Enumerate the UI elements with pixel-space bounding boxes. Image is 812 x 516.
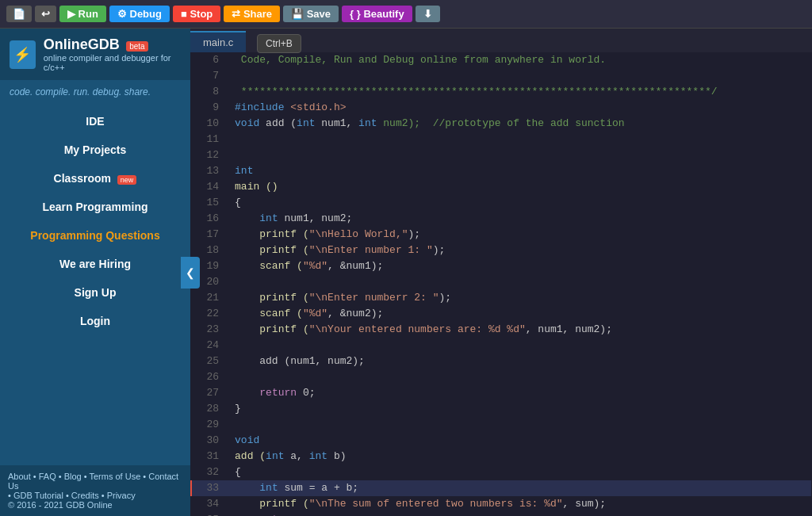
beautify-button[interactable]: { } Beautify <box>342 6 412 22</box>
tab-mainc[interactable]: main.c <box>190 31 246 52</box>
table-row: 10void add (int num1, int num2); //proto… <box>191 116 811 132</box>
table-row: 17 printf ("\nHello World,"); <box>191 227 811 243</box>
sidebar-item-learnprogramming[interactable]: Learn Programming <box>0 193 190 221</box>
sidebar-item-ide[interactable]: IDE <box>0 107 190 136</box>
table-row: 31add (int a, int b) <box>191 449 811 464</box>
sidebar-item-login[interactable]: Login <box>0 307 190 335</box>
table-row: 22 scanf ("%d", &num2); <box>191 306 811 322</box>
sidebar-item-classroom[interactable]: Classroom new <box>0 164 190 193</box>
table-row: 30void <box>191 433 811 449</box>
table-row: 27 return 0; <box>191 385 811 401</box>
sidebar-tagline: code. compile. run. debug. share. <box>0 80 190 104</box>
file-button[interactable]: 📄 <box>6 6 32 22</box>
sidebar: ⚡ OnlineGDB beta online compiler and deb… <box>0 29 190 516</box>
undo-button[interactable]: ↩ <box>35 6 56 22</box>
sidebar-item-myprojects[interactable]: My Projects <box>0 136 190 164</box>
table-row: 15{ <box>191 195 811 211</box>
beautify-tooltip: Ctrl+B <box>257 34 301 53</box>
table-row: 11 <box>191 132 811 147</box>
sidebar-header: ⚡ OnlineGDB beta online compiler and deb… <box>0 29 190 80</box>
debug-button[interactable]: ⚙ Debug <box>109 6 170 22</box>
sidebar-item-programmingquestions[interactable]: Programming Questions <box>0 221 190 250</box>
table-row: 23 printf ("\nYour entered numbers are: … <box>191 322 811 338</box>
toolbar: 📄 ↩ ▶ Run ⚙ Debug ■ Stop ⇄ Share 💾 Save … <box>0 0 812 29</box>
table-row: 9#include <stdio.h> <box>191 100 811 116</box>
download-button[interactable]: ⬇ <box>416 6 440 22</box>
table-row: 26 <box>191 369 811 385</box>
table-row: 21 printf ("\nEnter numberr 2: "); <box>191 290 811 306</box>
table-row: 18 printf ("\nEnter number 1: "); <box>191 243 811 258</box>
table-row: 34 printf ("\nThe sum of entered two num… <box>191 496 811 512</box>
table-row: 35 return; <box>191 512 811 516</box>
table-row: 16 int num1, num2; <box>191 211 811 227</box>
table-row: 14main () <box>191 179 811 195</box>
app-logo: ⚡ <box>10 40 36 69</box>
table-row: 20 <box>191 274 811 290</box>
table-row: 24 <box>191 338 811 354</box>
sidebar-item-wearehiring[interactable]: We are Hiring <box>0 250 190 278</box>
table-row: 12 <box>191 147 811 163</box>
stop-button[interactable]: ■ Stop <box>173 6 220 22</box>
table-row: 33 int sum = a + b; <box>191 480 811 496</box>
sidebar-item-signup[interactable]: Sign Up <box>0 278 190 307</box>
run-button[interactable]: ▶ Run <box>59 6 106 22</box>
share-button[interactable]: ⇄ Share <box>224 6 280 22</box>
table-row: 8 **************************************… <box>191 84 811 100</box>
sidebar-footer: About • FAQ • Blog • Terms of Use • Cont… <box>0 465 190 516</box>
code-table: 6 Code, Compile, Run and Debug online fr… <box>190 52 812 516</box>
sidebar-collapse-button[interactable]: ❮ <box>181 257 200 289</box>
table-row: 6 Code, Compile, Run and Debug online fr… <box>191 52 811 68</box>
table-row: 28} <box>191 401 811 417</box>
table-row: 25 add (num1, num2); <box>191 354 811 369</box>
table-row: 32{ <box>191 464 811 480</box>
table-row: 29 <box>191 417 811 433</box>
sidebar-nav: IDE My Projects Classroom new Learn Prog… <box>0 107 190 335</box>
table-row: 7 <box>191 68 811 84</box>
table-row: 19 scanf ("%d", &num1); <box>191 258 811 274</box>
code-editor[interactable]: 6 Code, Compile, Run and Debug online fr… <box>190 52 812 516</box>
table-row: 13int <box>191 163 811 179</box>
save-button[interactable]: 💾 Save <box>283 6 339 22</box>
editor-area: main.c 6 Code, Compile, Run and Debug on… <box>190 29 812 516</box>
app-title: OnlineGDB beta online compiler and debug… <box>44 36 181 72</box>
